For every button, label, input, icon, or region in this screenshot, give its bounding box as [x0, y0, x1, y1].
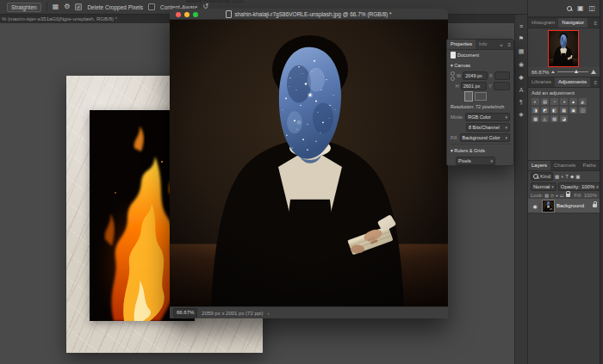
clone-source-icon[interactable]: ◈	[519, 111, 523, 118]
lock-pixels-icon[interactable]: ◇	[550, 193, 554, 198]
tab-channels[interactable]: Channels	[550, 161, 579, 170]
portrait-canvas[interactable]	[170, 20, 448, 306]
divider	[451, 144, 510, 145]
orientation-row	[447, 91, 513, 102]
layer-filter-kind-dropdown[interactable]: Kind	[531, 172, 553, 181]
navigator-tab-strip: Histogram Navigator ≡	[528, 17, 600, 28]
fill-value[interactable]: 100%	[584, 193, 597, 198]
color-lookup-icon[interactable]: ▣	[569, 107, 577, 114]
color-mode-dropdown[interactable]: RGB Color▾	[465, 113, 510, 121]
adjustments-tab-strip: Libraries Adjustments ≡	[528, 77, 600, 88]
gradient-map-icon[interactable]: ▨	[550, 115, 558, 122]
type-layer-filter-icon[interactable]: T	[566, 174, 569, 179]
resolution-label: Resolution: 72 pixels/inch	[451, 104, 504, 109]
panel-menu-icon[interactable]: ≡	[505, 42, 513, 47]
shape-layer-filter-icon[interactable]: ◆	[570, 174, 574, 179]
tab-adjustments[interactable]: Adjustments	[555, 77, 590, 87]
hue-saturation-icon[interactable]: ◭	[579, 98, 587, 105]
zoom-level-field[interactable]: 66.67%	[173, 308, 197, 318]
visibility-eye-icon[interactable]: ◉	[531, 203, 540, 209]
curves-icon[interactable]: ◔	[550, 98, 558, 105]
delete-cropped-pixels-checkbox[interactable]: ✓	[75, 3, 82, 10]
tab-paths[interactable]: Paths	[579, 161, 599, 170]
tab-properties[interactable]: Properties	[447, 40, 476, 49]
comments-icon[interactable]: ⚑	[519, 35, 524, 42]
layer-filter-row: Kind ▦ ◐ T ◆ ▣	[528, 171, 600, 182]
canvas-section-header[interactable]: ▾ Canvas	[447, 60, 513, 71]
posterize-icon[interactable]: ▩	[532, 115, 539, 122]
tab-libraries[interactable]: Libraries	[528, 77, 555, 87]
swatches-icon[interactable]: ▦	[519, 48, 525, 55]
photo-filter-icon[interactable]: ◧	[550, 107, 558, 114]
bit-depth-dropdown[interactable]: 8 Bits/Channel▾	[466, 123, 510, 132]
smart-object-filter-icon[interactable]: ▣	[575, 174, 580, 179]
zoom-out-icon[interactable]	[551, 71, 555, 73]
black-white-icon[interactable]: ◩	[541, 107, 549, 114]
lock-position-icon[interactable]: +	[556, 193, 558, 198]
zoom-slider-thumb[interactable]	[575, 70, 578, 73]
selective-color-icon[interactable]: ◪	[560, 115, 568, 122]
invert-icon[interactable]: ◫	[579, 107, 587, 114]
units-dropdown[interactable]: Pixels▾	[456, 157, 495, 165]
navigator-zoom-value[interactable]: 66.67%	[532, 70, 549, 75]
zoom-in-icon[interactable]	[591, 70, 596, 74]
pixel-layer-filter-icon[interactable]: ▦	[555, 174, 559, 179]
app-window-title: Adobe Photoshop 2022	[186, 0, 245, 5]
lock-transparency-icon[interactable]: ▨	[544, 193, 549, 198]
character-icon[interactable]: A	[519, 87, 524, 93]
collapse-panel-icon[interactable]: «	[497, 42, 505, 47]
capture-icon[interactable]: ◫	[588, 4, 595, 12]
layer-name[interactable]: Background	[556, 203, 590, 208]
x-field[interactable]	[494, 71, 510, 80]
info-icon[interactable]: ◉	[519, 61, 524, 68]
lock-all-icon[interactable]	[566, 194, 570, 197]
panel-menu-icon[interactable]: ≡	[591, 21, 600, 26]
layer-thumbnail[interactable]	[543, 201, 554, 212]
straighten-button[interactable]: Straighten	[7, 3, 41, 12]
search-icon[interactable]	[567, 6, 572, 11]
layer-row-background[interactable]: ◉ Background	[528, 199, 600, 213]
width-field[interactable]: 2049 px	[463, 71, 488, 80]
color-balance-icon[interactable]: ◨	[532, 107, 539, 114]
adjustment-layer-filter-icon[interactable]: ◐	[561, 174, 563, 179]
channel-mixer-icon[interactable]: ▦	[560, 107, 568, 114]
y-field[interactable]	[494, 82, 510, 90]
photoshop-app: Straighten ▦ ⚙ ✓ Delete Cropped Pixels C…	[0, 0, 603, 364]
window-title: shahin-khalaji-r7gS86VORLE-unsplash.jpg …	[170, 9, 448, 20]
link-dimensions-icon[interactable]	[451, 71, 455, 81]
units-row: Pixels▾	[447, 156, 513, 166]
document-icon	[226, 10, 232, 18]
vibrance-icon[interactable]: ▲	[569, 98, 577, 105]
grid-overlay-icon[interactable]: ▦	[53, 3, 59, 10]
threshold-icon[interactable]: ◬	[541, 115, 549, 122]
window-titlebar[interactable]: shahin-khalaji-r7gS86VORLE-unsplash.jpg …	[170, 9, 448, 20]
paragraph-icon[interactable]: ¶	[519, 99, 523, 105]
status-chevron-icon[interactable]: ›	[267, 311, 269, 316]
tab-layers[interactable]: Layers	[528, 161, 550, 170]
portrait-orientation-button[interactable]	[464, 91, 473, 102]
tab-info[interactable]: Info	[476, 40, 490, 49]
mode-label: Mode:	[451, 114, 463, 120]
lock-artboard-icon[interactable]: ▭	[560, 193, 564, 198]
canvas-fill-dropdown[interactable]: Background Color▾	[460, 133, 510, 142]
opacity-dropdown[interactable]: Opacity: 100% ▾	[558, 182, 601, 191]
brightness-contrast-icon[interactable]: ◐	[532, 98, 539, 105]
navigator-proxy-view[interactable]	[548, 30, 579, 67]
levels-icon[interactable]: ▤	[541, 98, 549, 105]
panel-menu-icon[interactable]: ≡	[591, 80, 600, 85]
tab-histogram[interactable]: Histogram	[528, 18, 558, 28]
zoom-slider[interactable]	[557, 71, 588, 72]
rulers-grids-section-header[interactable]: ▾ Rulers & Grids	[447, 145, 513, 156]
tab-navigator[interactable]: Navigator	[558, 18, 587, 28]
gear-icon[interactable]: ⚙	[64, 3, 70, 10]
collapsed-panels-strip: ≡ ⚑ ▦ ◉ ◆ A ¶ ◈	[514, 15, 527, 364]
landscape-orientation-button[interactable]	[475, 92, 487, 101]
brushes-icon[interactable]: ◆	[519, 74, 523, 81]
x-label: X	[489, 73, 493, 78]
exposure-icon[interactable]: ◑	[560, 98, 568, 105]
blend-mode-dropdown[interactable]: Normal▾	[531, 182, 556, 191]
workspace-icon[interactable]: ▣	[577, 4, 584, 12]
content-aware-checkbox[interactable]	[148, 3, 155, 10]
history-icon[interactable]: ≡	[519, 23, 523, 29]
height-field[interactable]: 2601 px	[461, 82, 487, 90]
